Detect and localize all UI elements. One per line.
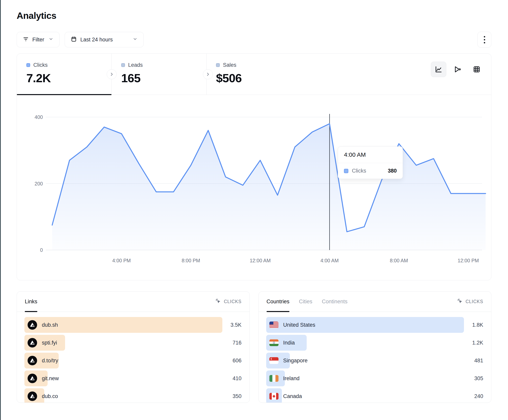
- sales-value: $506: [216, 71, 301, 85]
- clicks-area-chart[interactable]: 40020004:00 PM8:00 PM12:00 AM4:00 AM8:00…: [17, 95, 491, 280]
- links-list: dub.sh3.5Kspti.fyi716d.to/try606git.new4…: [17, 312, 250, 403]
- tooltip-value: 380: [388, 168, 397, 174]
- svg-text:4:00 PM: 4:00 PM: [112, 258, 131, 263]
- countries-panel-header: CountriesCitiesContinents CLICKS: [259, 292, 491, 312]
- list-item-singapore[interactable]: Singapore481: [266, 353, 484, 369]
- date-range-label: Last 24 hours: [80, 37, 113, 43]
- in-flag-icon: [269, 339, 278, 346]
- filter-icon: [23, 36, 29, 43]
- tooltip-legend-square: [344, 169, 348, 173]
- list-item-dub-co[interactable]: dub.co350: [24, 388, 242, 403]
- funnel-view-button[interactable]: [450, 62, 465, 77]
- sales-tab-label: Sales: [223, 62, 236, 68]
- countries-tabs: CountriesCitiesContinents: [267, 292, 348, 312]
- item-clicks-value: 410: [232, 376, 241, 382]
- svg-text:12:00 AM: 12:00 AM: [250, 258, 271, 263]
- tooltip-time: 4:00 AM: [338, 147, 403, 163]
- item-label: dub.sh: [42, 322, 58, 328]
- expand-leads-chevron-button[interactable]: [203, 69, 213, 79]
- tab-cities[interactable]: Cities: [299, 292, 312, 312]
- tab-countries[interactable]: Countries: [267, 292, 290, 312]
- calendar-icon: [71, 36, 77, 43]
- sales-legend-square: [216, 63, 220, 67]
- expand-clicks-chevron-button[interactable]: [107, 69, 117, 79]
- chevron-down-icon: [49, 37, 53, 43]
- dub-logo-icon: [28, 374, 37, 383]
- page-title: Analytics: [17, 10, 491, 21]
- cursor-click-icon: [216, 298, 221, 305]
- dub-logo-icon: [28, 320, 37, 330]
- links-tabs: Links: [25, 292, 37, 312]
- filter-button[interactable]: Filter: [17, 32, 60, 47]
- item-clicks-value: 1.2K: [472, 340, 483, 346]
- breakdown-panels: Links CLICKS dub.sh3.5Kspti.fyi716d.to/t…: [17, 291, 491, 403]
- table-view-button[interactable]: [469, 62, 484, 77]
- countries-metric[interactable]: CLICKS: [457, 298, 483, 305]
- analytics-page: Analytics Filter Last 24 hours: [0, 0, 508, 403]
- item-label: git.new: [42, 376, 59, 382]
- analytics-card: Clicks 7.2K Leads 165 Sales $506: [17, 53, 491, 280]
- chart-tooltip: 4:00 AM Clicks 380: [338, 146, 403, 179]
- item-clicks-value: 305: [474, 376, 483, 382]
- links-metric-label: CLICKS: [224, 299, 241, 304]
- dub-logo-icon: [28, 338, 37, 348]
- window-left-edge: [0, 0, 1, 420]
- tooltip-series-label: Clicks: [352, 168, 366, 174]
- tab-leads[interactable]: Leads 165: [112, 54, 207, 95]
- dub-logo-icon: [28, 391, 37, 401]
- item-label: d.to/try: [42, 358, 58, 364]
- svg-text:0: 0: [40, 247, 43, 253]
- sg-flag-icon: [269, 357, 278, 364]
- leads-tab-label: Leads: [128, 62, 143, 68]
- list-item-united-states[interactable]: United States1.8K: [266, 317, 484, 333]
- svg-text:12:00 PM: 12:00 PM: [458, 258, 479, 263]
- links-metric[interactable]: CLICKS: [216, 298, 241, 305]
- chart-view-toggles: [431, 62, 484, 77]
- tab-continents[interactable]: Continents: [322, 292, 348, 312]
- item-clicks-value: 350: [232, 393, 241, 399]
- list-item-india[interactable]: India1.2K: [266, 335, 484, 351]
- svg-text:4:00 AM: 4:00 AM: [321, 258, 339, 263]
- date-range-button[interactable]: Last 24 hours: [65, 32, 144, 47]
- cursor-click-icon: [457, 298, 463, 305]
- leads-legend-square: [121, 63, 125, 67]
- item-clicks-value: 3.5K: [231, 322, 242, 328]
- list-item-canada[interactable]: Canada240: [266, 388, 484, 403]
- links-panel-header: Links CLICKS: [17, 292, 250, 312]
- item-label: Ireland: [283, 376, 300, 382]
- toolbar: Filter Last 24 hours: [17, 32, 491, 48]
- item-clicks-value: 1.8K: [472, 322, 483, 328]
- countries-list: United States1.8KIndia1.2KSingapore481Ir…: [259, 312, 491, 403]
- clicks-tab-label: Clicks: [33, 62, 48, 68]
- stats-tabs: Clicks 7.2K Leads 165 Sales $506: [17, 54, 491, 95]
- svg-text:200: 200: [35, 181, 43, 186]
- list-item-spti-fyi[interactable]: spti.fyi716: [24, 335, 242, 351]
- item-label: Singapore: [283, 358, 308, 364]
- ie-flag-icon: [269, 375, 278, 382]
- list-item-d-to-try[interactable]: d.to/try606: [24, 353, 242, 369]
- list-item-ireland[interactable]: Ireland305: [266, 370, 484, 386]
- tab-sales[interactable]: Sales $506: [207, 54, 301, 95]
- tab-clicks[interactable]: Clicks 7.2K: [17, 54, 112, 95]
- tab-links[interactable]: Links: [25, 292, 37, 312]
- countries-metric-label: CLICKS: [466, 299, 483, 304]
- ca-flag-icon: [269, 393, 278, 400]
- list-item-dub-sh[interactable]: dub.sh3.5K: [24, 317, 242, 333]
- clicks-legend-square: [26, 63, 30, 67]
- item-clicks-value: 481: [474, 358, 483, 364]
- dub-logo-icon: [28, 356, 37, 365]
- item-label: United States: [283, 322, 315, 328]
- list-item-git-new[interactable]: git.new410: [24, 370, 242, 386]
- us-flag-icon: [269, 322, 278, 328]
- item-clicks-value: 716: [232, 340, 241, 346]
- svg-text:8:00 PM: 8:00 PM: [182, 258, 200, 263]
- clicks-value: 7.2K: [26, 71, 112, 85]
- item-label: Canada: [283, 393, 302, 399]
- kebab-menu-icon: [484, 36, 485, 43]
- filter-button-label: Filter: [32, 37, 44, 43]
- line-chart-view-button[interactable]: [431, 62, 446, 77]
- countries-panel: CountriesCitiesContinents CLICKS United …: [258, 291, 492, 403]
- more-options-button[interactable]: [478, 32, 491, 48]
- svg-text:400: 400: [35, 114, 43, 120]
- links-panel: Links CLICKS dub.sh3.5Kspti.fyi716d.to/t…: [17, 291, 250, 403]
